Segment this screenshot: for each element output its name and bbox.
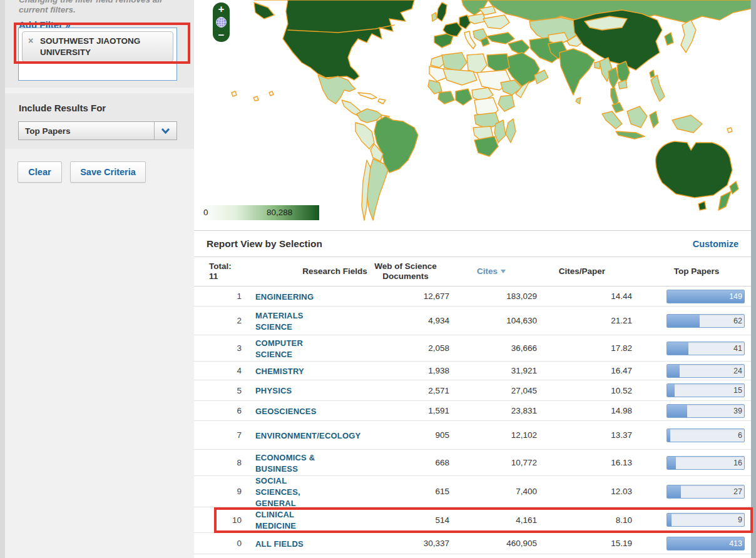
field-link[interactable]: MATERIALS SCIENCE [255,311,304,332]
sort-desc-icon [501,270,506,273]
column-header-top-papers[interactable]: Top Papers [650,266,743,276]
top-papers-bar: 413 [667,537,745,550]
remove-filter-icon[interactable]: × [28,36,33,46]
cites-value: 183,029 [449,292,537,301]
top-papers-bar: 6 [667,429,745,442]
docs-value: 30,337 [329,539,449,548]
field-link[interactable]: CLINICAL MEDICINE [255,510,296,530]
row-rank: 9 [194,487,244,496]
customize-link[interactable]: Customize [693,239,738,249]
top-papers-bar: 41 [667,342,745,355]
cites-value: 27,045 [449,386,537,395]
field-link[interactable]: PHYSICS [255,386,292,395]
report-panel: Report View by Selection Customize Total… [194,230,756,558]
filter-note: Changing the filter field removes all cu… [19,0,194,15]
cites-value: 31,921 [449,366,537,375]
field-link[interactable]: SOCIAL SCIENCES, GENERAL [255,476,300,508]
row-rank: 1 [194,292,244,301]
table-row: 7 ENVIRONMENT/ECOLOGY 905 12,102 13.37 6 [194,421,756,450]
row-rank: 8 [194,458,244,467]
cites-per-paper-value: 21.21 [537,316,632,325]
field-link[interactable]: CHEMISTRY [255,367,304,376]
top-papers-bar: 149 [667,290,745,303]
cites-value: 104,630 [449,316,537,325]
field-link[interactable]: ECONOMICS & BUSINESS [255,453,315,474]
cites-per-paper-value: 14.98 [537,406,632,415]
table-row: 6 GEOSCIENCES 1,591 23,831 14.98 39 [194,401,756,421]
cites-value: 7,400 [449,487,537,496]
world-map-svg [194,0,751,230]
top-papers-bar: 16 [667,456,745,470]
docs-value: 2,571 [329,386,449,395]
docs-value: 12,677 [329,292,449,301]
cites-per-paper-value: 14.44 [537,292,632,301]
docs-value: 615 [329,487,449,496]
map-color-legend: 0 80,288 [200,205,319,220]
report-title-bar: Report View by Selection Customize [194,231,756,257]
cites-per-paper-value: 16.13 [537,458,632,467]
field-link[interactable]: ENGINEERING [255,292,314,302]
map-zoom-control: + − [213,3,230,42]
table-row: 5 PHYSICS 2,571 27,045 10.52 15 [194,380,756,401]
vertical-scrollbar[interactable] [751,0,756,558]
field-link[interactable]: COMPUTER SCIENCE [255,338,303,359]
cites-per-paper-value: 16.47 [537,366,632,375]
zoom-out-button[interactable]: − [218,31,225,40]
column-header-cites[interactable]: Cites [447,266,535,276]
cites-per-paper-value: 12.03 [537,487,632,496]
filter-chip-label: SOUTHWEST JIAOTONG UNIVERSITY [40,36,140,57]
cites-per-paper-value: 17.82 [537,343,632,353]
row-rank: 0 [194,539,244,548]
table-body: 1 ENGINEERING 12,677 183,029 14.44 149 2… [194,287,756,554]
row-rank: 7 [194,430,244,440]
cites-value: 10,772 [449,458,537,467]
top-papers-bar: 15 [667,383,745,397]
column-header-cites-per-paper[interactable]: Cites/Paper [538,266,626,276]
zoom-in-button[interactable]: + [218,4,225,14]
top-papers-bar: 27 [667,485,745,499]
cites-value: 36,666 [449,343,537,353]
top-papers-bar: 24 [667,364,745,378]
table-row-all-fields: 0 ALL FIELDS 30,337 460,905 15.19 413 [194,533,756,554]
docs-value: 1,591 [329,406,449,415]
field-link[interactable]: ALL FIELDS [255,539,304,549]
cites-per-paper-value: 15.19 [537,539,632,548]
row-rank: 10 [194,515,244,525]
row-rank: 2 [194,316,244,325]
table-row: 9 SOCIAL SCIENCES, GENERAL 615 7,400 12.… [194,476,756,507]
row-rank: 4 [194,366,244,375]
row-rank: 5 [194,386,244,395]
include-results-label: Include Results For [19,103,194,113]
row-rank: 6 [194,406,244,415]
save-criteria-button[interactable]: Save Criteria [70,161,146,183]
globe-icon[interactable] [215,16,227,28]
row-rank: 3 [194,343,244,353]
total-count: Total: 11 [209,261,232,282]
top-papers-bar: 62 [667,314,745,328]
top-papers-bar: 39 [667,404,745,418]
active-filters-box[interactable]: × SOUTHWEST JIAOTONG UNIVERSITY [18,28,177,81]
column-header-documents[interactable]: Web of Science Documents [368,261,443,282]
include-results-select[interactable]: Top Papers [18,121,177,140]
field-link[interactable]: GEOSCIENCES [255,407,317,416]
cites-value: 4,161 [449,515,537,525]
cites-per-paper-value: 8.10 [537,515,632,525]
docs-value: 1,938 [329,366,449,375]
table-row: 4 CHEMISTRY 1,938 31,921 16.47 24 [194,362,756,380]
cites-per-paper-value: 13.37 [537,430,632,440]
legend-min-value: 0 [203,208,208,217]
docs-value: 668 [329,458,449,467]
legend-max-value: 80,288 [267,208,292,217]
filter-sidebar: Changing the filter field removes all cu… [0,0,194,558]
table-row: 3 COMPUTER SCIENCE 2,058 36,666 17.82 41 [194,335,756,362]
world-choropleth-map[interactable]: + − 0 80,288 [194,0,751,230]
clear-button[interactable]: Clear [18,161,62,183]
table-row: 1 ENGINEERING 12,677 183,029 14.44 149 [194,287,756,307]
cites-value: 12,102 [449,430,537,440]
table-row: 2 MATERIALS SCIENCE 4,934 104,630 21.21 … [194,307,756,335]
cites-value: 460,905 [449,539,537,548]
table-row-highlighted: 10 CLINICAL MEDICINE 514 4,161 8.10 9 [194,507,756,533]
report-title: Report View by Selection [207,238,322,250]
table-row: 8 ECONOMICS & BUSINESS 668 10,772 16.13 … [194,450,756,476]
cites-value: 23,831 [449,406,537,415]
